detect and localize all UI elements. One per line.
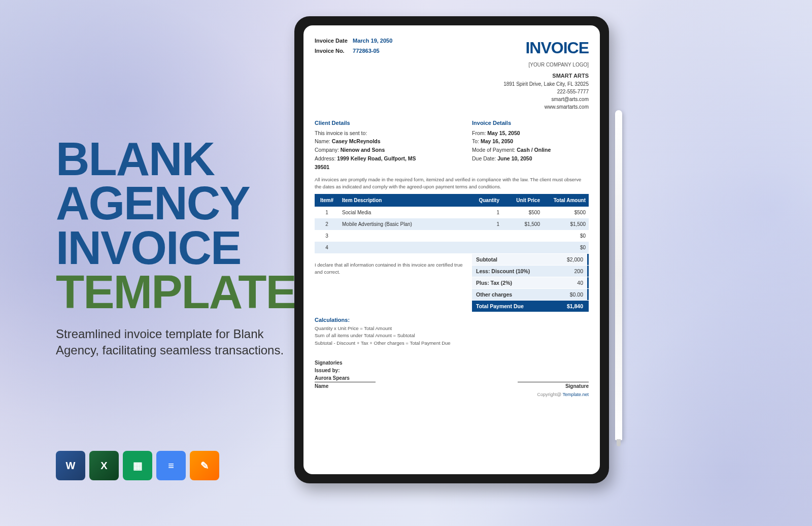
copyright: Copyright@ Template.net (315, 392, 589, 397)
stylus (615, 110, 622, 440)
subtotal-label: Subtotal (476, 256, 497, 262)
name-label: Name (315, 383, 328, 389)
discount-label: Less: Discount (10%) (476, 268, 530, 274)
client-name-label: Name: (315, 138, 330, 144)
table-row: 4 $0 (315, 242, 589, 253)
invoice-details-heading: Invoice Details (472, 120, 589, 126)
calc-line-2: Sum of all items under Total Amount = Su… (315, 332, 589, 339)
table-row: 3 $0 (315, 230, 589, 242)
issued-by-label: Issued by: (315, 368, 376, 373)
tax-label: Plus: Tax (2%) (476, 280, 512, 286)
invoice-document: Invoice Date March 19, 2050 Invoice No. … (303, 25, 600, 474)
calc-line-3: Subtotal - Discount + Tax + Other charge… (315, 340, 589, 347)
declaration: I declare that all information contained… (315, 253, 472, 312)
company-address: 1891 Spirit Drive, Lake City, FL 32025 (503, 80, 589, 88)
title-panel: BLANK AGENCY INVOICE TEMPLATE Streamline… (56, 137, 289, 358)
totals-box: Subtotal$2,000 Less: Discount (10%)200 P… (472, 253, 589, 312)
other-value: $0.00 (570, 291, 583, 298)
invoice-no-value: 772863-05 (353, 48, 380, 54)
signatory-name: Aurora Spears (315, 375, 376, 382)
sheets-icon: ▦ (123, 451, 152, 480)
client-details-heading: Client Details (315, 120, 431, 126)
th-price: Unit Price (502, 194, 543, 207)
to-label: To: (472, 138, 479, 144)
from-value: May 15, 2050 (487, 130, 520, 136)
company-name: SMART ARTS (503, 72, 589, 80)
items-table: Item# Item Description Quantity Unit Pri… (315, 194, 589, 253)
title-line-2: AGENCY (56, 181, 289, 225)
final-value: $1,840 (567, 303, 583, 309)
company-website: www.smartarts.com (503, 103, 589, 111)
client-sent-to: This invoice is sent to: (315, 129, 431, 138)
excel-icon: X (89, 451, 119, 480)
tax-value: 40 (577, 280, 583, 286)
invoice-date-label: Invoice Date (315, 38, 351, 44)
subtitle: Streamlined invoice template for Blank A… (56, 326, 289, 359)
discount-value: 200 (574, 268, 583, 274)
invoice-date-value: March 19, 2050 (353, 38, 392, 44)
compliance-note: All invoices are promptly made in the re… (315, 176, 589, 190)
client-name-value: Casey McReynolds (332, 138, 381, 144)
table-row: 1 Social Media 1 $500 $500 (315, 207, 589, 218)
th-desc: Item Description (339, 194, 467, 207)
invoice-title: INVOICE (503, 36, 589, 60)
title-line-4: TEMPLATE (56, 270, 289, 314)
client-address-label: Address: (315, 155, 335, 161)
calc-line-1: Quantity x Unit Price = Total Amount (315, 325, 589, 332)
other-label: Other charges (476, 291, 512, 298)
signature-label: Signature (565, 383, 589, 389)
docs-icon: ≡ (156, 451, 186, 480)
mode-value: Cash / Online (517, 147, 551, 153)
invoice-header: Invoice Date March 19, 2050 Invoice No. … (315, 36, 589, 111)
signature-line (518, 375, 589, 382)
company-logo-placeholder: [YOUR COMPANY LOGO] (503, 61, 589, 69)
copyright-link[interactable]: Template.net (562, 392, 589, 397)
app-icons-row: W X ▦ ≡ ✎ (56, 451, 219, 480)
table-row: 2 Mobile Advertising (Basic Plan) 1 $1,5… (315, 218, 589, 230)
due-value: June 10, 2050 (497, 155, 532, 161)
client-company-value: Nienow and Sons (341, 147, 385, 153)
signatories-heading: Signatories (315, 360, 376, 366)
pages-icon: ✎ (190, 451, 219, 480)
invoice-no-label: Invoice No. (315, 48, 351, 54)
subtotal-value: $2,000 (567, 256, 583, 262)
title-line-1: BLANK (56, 137, 289, 181)
from-label: From: (472, 130, 486, 136)
th-total: Total Amount (543, 194, 589, 207)
final-label: Total Payment Due (476, 303, 524, 309)
client-company-label: Company: (315, 147, 339, 153)
due-label: Due Date: (472, 155, 496, 161)
company-phone: 222-555-7777 (503, 88, 589, 95)
th-qty: Quantity (467, 194, 502, 207)
word-icon: W (56, 451, 85, 480)
th-item: Item# (315, 194, 339, 207)
title-line-3: INVOICE (56, 226, 289, 270)
to-value: May 16, 2050 (481, 138, 513, 144)
tablet-frame: Invoice Date March 19, 2050 Invoice No. … (294, 16, 609, 483)
calculations-heading: Calculations: (315, 317, 589, 323)
company-email: smart@arts.com (503, 95, 589, 103)
mode-label: Mode of Payment: (472, 147, 515, 153)
